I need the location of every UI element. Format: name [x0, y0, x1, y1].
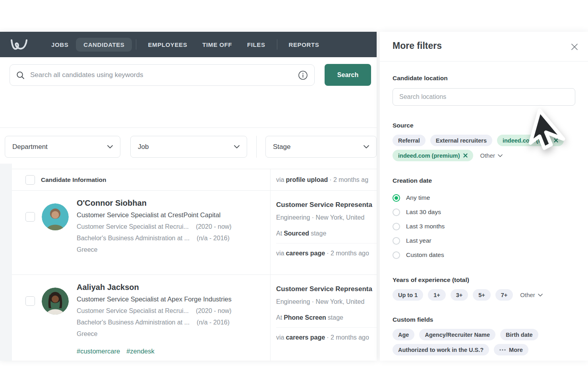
exp-chip-5plus[interactable]: 5+	[473, 289, 491, 301]
candidate-tag[interactable]: #zendesk	[126, 348, 155, 355]
experience-other-dropdown[interactable]: Other	[520, 292, 543, 298]
via-source: profile upload	[286, 176, 328, 183]
filter-bar: Department Job Stage	[0, 127, 377, 164]
candidate-name: O'Connor Siobhan	[77, 199, 265, 208]
nav-divider	[277, 39, 277, 50]
close-panel-button[interactable]	[570, 42, 579, 52]
location-search-input[interactable]	[393, 88, 575, 106]
candidate-tag[interactable]: #customercare	[77, 348, 120, 355]
radio-last-30-days[interactable]: Last 30 days	[393, 205, 575, 219]
candidate-row[interactable]: O'Connor Siobhan Customer Service Specia…	[12, 191, 377, 275]
stage-dropdown-label: Stage	[273, 143, 290, 151]
custom-chip-age[interactable]: Age	[393, 329, 414, 340]
exp-chip-up-to-1[interactable]: Up to 1	[393, 289, 423, 301]
radio-last-year[interactable]: Last year	[393, 234, 575, 248]
candidate-job-info: Customer Service Representa Engineering …	[276, 285, 377, 341]
department-dropdown-label: Department	[12, 143, 48, 151]
via-line: viacareers page· 2 months ago	[276, 250, 377, 257]
candidate-search-box[interactable]	[10, 64, 315, 86]
job-title: Customer Service Representa	[276, 285, 377, 293]
custom-chip-birth-date[interactable]: Birth date	[500, 329, 538, 340]
select-candidate-checkbox[interactable]	[25, 296, 35, 306]
select-all-checkbox[interactable]	[25, 175, 35, 185]
nav-item-jobs[interactable]: JOBS	[44, 38, 76, 52]
radio-button[interactable]	[393, 251, 400, 259]
creation-date-options: Any time Last 30 days Last 3 months Last…	[393, 191, 575, 262]
experience-chips: Up to 1 1+ 3+ 5+ 7+ Other	[393, 289, 575, 301]
radio-last-3-months[interactable]: Last 3 months	[393, 219, 575, 234]
chevron-down-icon	[107, 145, 113, 149]
custom-fields-label: Custom fields	[393, 316, 575, 323]
list-header-row: Candidate Information viaprofile upload·…	[12, 169, 377, 191]
job-title: Customer Service Representa	[276, 201, 377, 209]
department-dropdown[interactable]: Department	[5, 136, 120, 158]
top-navbar: JOBS CANDIDATES EMPLOYEES TIME OFF FILES…	[0, 32, 377, 57]
job-meta: Engineering · New York, United	[276, 298, 377, 305]
search-icon	[16, 71, 25, 79]
candidate-location: Greece	[77, 330, 265, 338]
candidate-location-label: Candidate location	[393, 75, 575, 82]
candidate-info: O'Connor Siobhan Customer Service Specia…	[77, 199, 265, 253]
exp-chip-7plus[interactable]: 7+	[495, 289, 513, 301]
nav-item-time-off[interactable]: TIME OFF	[195, 38, 240, 52]
scrolled-row-via-line: viaprofile upload· 2 months ag	[276, 169, 368, 191]
info-icon[interactable]	[298, 70, 308, 80]
candidate-headline: Customer Service Specialist at Apex Forg…	[77, 295, 265, 303]
candidate-avatar	[42, 203, 69, 230]
via-line: viacareers page· 2 months ago	[276, 334, 377, 341]
candidate-name: Aaliyah Jackson	[77, 283, 265, 292]
select-candidate-checkbox[interactable]	[25, 212, 35, 222]
radio-any-time[interactable]: Any time	[393, 191, 575, 205]
candidate-list-section: Candidate Information viaprofile upload·…	[0, 164, 377, 361]
candidate-row[interactable]: Aaliyah Jackson Customer Service Special…	[12, 275, 377, 361]
stage-dropdown[interactable]: Stage	[265, 136, 377, 158]
search-button[interactable]: Search	[325, 64, 371, 86]
chevron-down-icon	[538, 294, 543, 297]
remove-icon[interactable]	[554, 138, 558, 143]
radio-button[interactable]	[393, 209, 400, 216]
candidate-job-info: Customer Service Representa Engineering …	[276, 201, 377, 257]
radio-button[interactable]	[393, 223, 400, 230]
source-chip-indeed-free[interactable]: indeed.com (free)	[497, 135, 564, 146]
candidate-location: Greece	[77, 246, 265, 253]
stage-line: AtSourcedstage	[276, 230, 377, 237]
job-dropdown[interactable]: Job	[130, 136, 247, 158]
source-other-dropdown[interactable]: Other	[480, 152, 503, 159]
workable-logo-icon[interactable]	[10, 37, 29, 52]
nav-divider	[136, 39, 136, 50]
radio-custom-dates[interactable]: Custom dates	[393, 248, 575, 262]
candidate-experience: Customer Service Specialist at Recrui...…	[77, 307, 265, 315]
source-chip-external-recruiters[interactable]: External recruiters	[430, 135, 492, 146]
candidate-avatar	[42, 288, 69, 315]
nav-item-candidates[interactable]: CANDIDATES	[76, 38, 132, 52]
nav-item-files[interactable]: FILES	[240, 38, 273, 52]
nav-item-reports[interactable]: REPORTS	[281, 38, 327, 52]
list-header-label: Candidate Information	[41, 169, 106, 191]
source-chip-referral[interactable]: Referral	[393, 135, 426, 146]
exp-chip-1plus[interactable]: 1+	[428, 289, 446, 301]
candidate-education: Bachelor's Business Administration at ..…	[77, 235, 265, 242]
close-icon	[571, 43, 578, 51]
filter-divider	[256, 136, 257, 158]
custom-field-chips: Age Agency/Recruiter Name Birth date Aut…	[393, 329, 575, 355]
custom-chip-more[interactable]: More	[494, 344, 528, 355]
chevron-down-icon	[498, 154, 503, 157]
search-input[interactable]	[30, 71, 298, 79]
custom-chip-agency-recruiter-name[interactable]: Agency/Recruiter Name	[419, 329, 495, 340]
chevron-down-icon	[234, 145, 240, 149]
remove-icon[interactable]	[463, 153, 468, 158]
main-app-window: JOBS CANDIDATES EMPLOYEES TIME OFF FILES…	[0, 32, 377, 361]
source-chip-indeed-premium[interactable]: indeed.com (premium)	[393, 150, 473, 161]
panel-body: Candidate location Source Referral Exter…	[380, 75, 588, 355]
stage-divider	[276, 243, 377, 243]
panel-header: More filters	[380, 32, 588, 62]
exp-chip-3plus[interactable]: 3+	[451, 289, 468, 301]
chevron-down-icon	[364, 145, 369, 149]
radio-button[interactable]	[393, 237, 400, 245]
stage-line: AtPhone Screenstage	[276, 314, 377, 321]
radio-button[interactable]	[393, 194, 400, 202]
custom-chip-authorized-us[interactable]: Authorized to work in the U.S.?	[393, 344, 489, 355]
job-meta: Engineering · New York, United	[276, 214, 377, 221]
nav-item-employees[interactable]: EMPLOYEES	[140, 38, 195, 52]
creation-date-label: Creation date	[393, 177, 575, 184]
